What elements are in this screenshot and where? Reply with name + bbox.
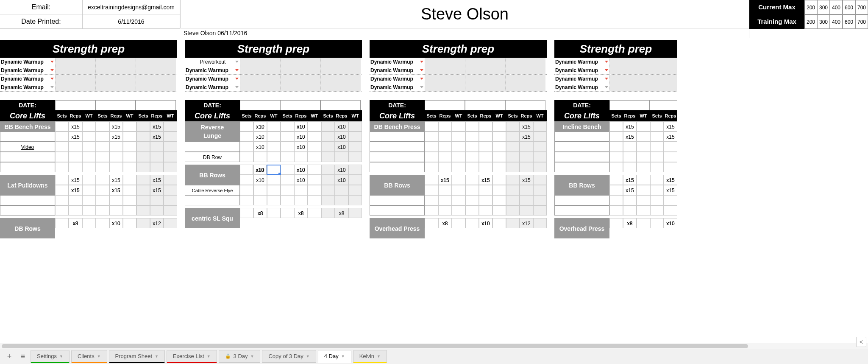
exercise-db-bench-press[interactable]: DB Bench Press (370, 121, 425, 132)
warmup-dropdown[interactable]: Preworkout (185, 58, 240, 66)
warmup-dropdown[interactable]: Dynamic Warmup (0, 66, 55, 74)
strength-prep-header: Strength prep (0, 40, 177, 58)
current-max-label: Current Max (749, 0, 804, 14)
day-column-3: Strength prep Dynamic Warmup Dynamic War… (370, 40, 547, 228)
max-cell[interactable]: 300 (817, 14, 830, 29)
warmup-dropdown[interactable]: Dynamic Warmup (185, 75, 240, 83)
max-cell[interactable]: 200 (804, 0, 817, 14)
exercise-bb-bench-press[interactable]: BB Bench Press (0, 121, 55, 132)
athlete-name[interactable]: Steve Olson (180, 0, 749, 28)
info-block: Email: exceltrainingdesigns@gmail.com Da… (0, 0, 180, 38)
warmup-dropdown[interactable]: Dynamic Warmup (0, 58, 55, 66)
max-cell[interactable]: 600 (843, 14, 855, 29)
max-cell[interactable]: 700 (855, 14, 868, 29)
warmup-dropdown[interactable]: Dynamic Warmup (185, 83, 240, 91)
core-lifts-header: Core Lifts (0, 110, 55, 121)
date-printed-value[interactable]: 6/11/2016 (83, 14, 180, 28)
day-column-1: Strength prep Dynamic Warmup Dynamic War… (0, 40, 177, 228)
date-printed-label: Date Printed: (0, 14, 83, 28)
max-cell[interactable]: 400 (830, 0, 843, 14)
max-cell[interactable]: 600 (843, 0, 855, 14)
max-cell[interactable]: 300 (817, 0, 830, 14)
day-column-2: Strength prep Preworkout Dynamic Warmup … (185, 40, 362, 228)
date-label: DATE: (0, 100, 55, 110)
max-cell[interactable]: 700 (855, 0, 868, 14)
explore-button[interactable]: < (856, 337, 866, 339)
athlete-subname: Steve Olson 06/11/2016 (180, 28, 749, 38)
training-max-label: Training Max (749, 14, 804, 29)
max-cell[interactable]: 400 (830, 14, 843, 29)
max-block: Current Max 200 300 400 600 700 Training… (749, 0, 868, 38)
exercise-db-row[interactable]: DB Row (185, 152, 240, 162)
exercise-cable-reverse-flye[interactable]: Cable Reverse Flye (185, 185, 240, 195)
spreadsheet-area[interactable]: Email: exceltrainingdesigns@gmail.com Da… (0, 0, 868, 339)
email-label: Email: (0, 0, 83, 14)
max-cell[interactable]: 200 (804, 14, 817, 29)
selected-cell[interactable] (267, 165, 281, 175)
warmup-dropdown[interactable]: Dynamic Warmup (185, 66, 240, 74)
day-column-4: Strength prep Dynamic Warmup Dynamic War… (554, 40, 677, 228)
video-link[interactable]: Video (0, 142, 55, 152)
warmup-dropdown[interactable]: Dynamic Warmup (0, 75, 55, 83)
strength-prep-header: Strength prep (185, 40, 362, 58)
email-value[interactable]: exceltrainingdesigns@gmail.com (83, 0, 180, 14)
warmup-dropdown[interactable]: Dynamic Warmup (0, 83, 55, 91)
exercise-incline-bench[interactable]: Incline Bench (554, 121, 609, 132)
